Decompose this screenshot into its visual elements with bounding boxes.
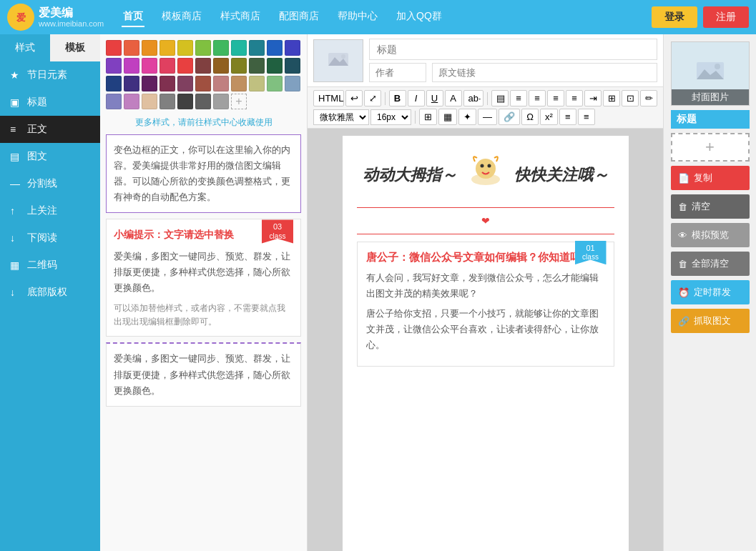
- nav-templates[interactable]: 模板商店: [160, 7, 203, 27]
- copy-button[interactable]: 📄 复制: [671, 166, 750, 190]
- tb-unordered-list[interactable]: ≡: [578, 109, 595, 125]
- template-card-03[interactable]: 03 class 小编提示：文字请选中替换 爱美编，多图文一键同步、预览、群发，…: [106, 219, 301, 337]
- tb-highlight[interactable]: ab·: [463, 90, 484, 106]
- add-color-button[interactable]: +: [231, 94, 247, 109]
- color-swatch[interactable]: [124, 40, 139, 56]
- color-swatch[interactable]: [177, 94, 193, 109]
- color-swatch[interactable]: [106, 58, 122, 74]
- color-swatch[interactable]: [106, 94, 122, 109]
- color-swatch[interactable]: [195, 40, 211, 56]
- color-swatch[interactable]: [249, 76, 265, 91]
- tb-list-ul[interactable]: ⊡: [622, 90, 639, 106]
- tb-undo[interactable]: ↩: [345, 90, 363, 106]
- tb-ordered-list[interactable]: ≡: [559, 109, 576, 125]
- tb-underline[interactable]: U: [426, 90, 443, 106]
- tb-omega[interactable]: Ω: [521, 109, 539, 125]
- tb-line[interactable]: —: [478, 109, 497, 125]
- color-swatch[interactable]: [267, 58, 283, 74]
- sidebar-item-festival[interactable]: ★ 节日元素: [0, 61, 100, 89]
- color-swatch[interactable]: [213, 76, 229, 91]
- sidebar-item-body[interactable]: ≡ 正文: [0, 116, 100, 143]
- color-swatch[interactable]: [213, 94, 229, 109]
- sidebar-item-follow[interactable]: ↑ 上关注: [0, 197, 100, 224]
- color-swatch[interactable]: [159, 76, 175, 91]
- tb-html[interactable]: HTML: [313, 90, 344, 106]
- color-swatch[interactable]: [267, 76, 283, 91]
- login-button[interactable]: 登录: [652, 6, 697, 28]
- tab-style[interactable]: 样式: [0, 34, 50, 61]
- tb-color[interactable]: A: [445, 90, 462, 106]
- style-hint[interactable]: 更多样式，请前往样式中心收藏使用: [106, 114, 301, 134]
- tb-grid[interactable]: ⊞: [419, 109, 437, 125]
- tb-align-left[interactable]: ≡: [510, 90, 527, 106]
- register-button[interactable]: 注册: [703, 6, 749, 28]
- tb-expand[interactable]: ⤢: [364, 90, 381, 106]
- color-swatch[interactable]: [285, 76, 300, 91]
- template-card-deco[interactable]: 爱美编，多图文一键同步、预览、群发，让排版更便捷，多种样式供您选择，随心所欲更换…: [106, 342, 301, 406]
- color-swatch[interactable]: [195, 76, 211, 91]
- color-swatch[interactable]: [159, 40, 175, 56]
- author-input[interactable]: [369, 63, 426, 82]
- color-swatch[interactable]: [195, 58, 211, 74]
- tb-list-ol[interactable]: ⊞: [603, 90, 620, 106]
- tb-bold[interactable]: B: [389, 90, 406, 106]
- sidebar-item-copyright[interactable]: ↓ 底部版权: [0, 279, 100, 306]
- nav-help[interactable]: 帮助中心: [336, 7, 379, 27]
- color-swatch[interactable]: [249, 40, 265, 56]
- sidebar-item-read[interactable]: ↓ 下阅读: [0, 224, 100, 252]
- color-swatch[interactable]: [285, 40, 300, 56]
- color-swatch[interactable]: [231, 40, 247, 56]
- color-swatch[interactable]: [142, 40, 157, 56]
- tb-align-right[interactable]: ≡: [547, 90, 564, 106]
- color-swatch[interactable]: [249, 58, 265, 74]
- color-swatch[interactable]: [124, 94, 139, 109]
- nav-styles[interactable]: 样式商店: [219, 7, 262, 27]
- sidebar-item-divider[interactable]: — 分割线: [0, 170, 100, 197]
- add-section-button[interactable]: +: [671, 133, 750, 162]
- url-input[interactable]: [432, 63, 657, 82]
- color-swatch[interactable]: [159, 94, 175, 109]
- sidebar-item-image-text[interactable]: ▤ 图文: [0, 143, 100, 170]
- color-swatch[interactable]: [159, 58, 175, 74]
- template-card-purple[interactable]: 变色边框的正文，你可以在这里输入你的内容。爱美编提供非常好用的微信图文编辑器。可…: [106, 134, 301, 213]
- tab-template[interactable]: 模板: [50, 34, 100, 61]
- color-swatch[interactable]: [177, 76, 193, 91]
- article-card[interactable]: 01 class 唐公子：微信公众号文章如何编辑？你知道吗？ 有人会问，我写好文…: [357, 242, 614, 367]
- color-swatch[interactable]: [142, 76, 157, 91]
- tb-link[interactable]: 🔗: [499, 109, 520, 125]
- color-swatch[interactable]: [177, 40, 193, 56]
- color-swatch[interactable]: [267, 40, 283, 56]
- clear-all-button[interactable]: 🗑 全部清空: [671, 252, 750, 276]
- color-swatch[interactable]: [285, 58, 300, 74]
- editor-canvas[interactable]: 动动大拇指～ 快快关注哦～: [308, 129, 663, 551]
- color-swatch[interactable]: [231, 58, 247, 74]
- font-size-select[interactable]: 16px: [370, 109, 411, 125]
- color-swatch[interactable]: [106, 40, 122, 56]
- sidebar-item-qrcode[interactable]: ▦ 二维码: [0, 252, 100, 279]
- title-input[interactable]: [369, 39, 657, 60]
- tb-align-justify[interactable]: ≡: [566, 90, 583, 106]
- tb-align-center[interactable]: ≡: [529, 90, 546, 106]
- nav-home[interactable]: 首页: [122, 7, 144, 27]
- tb-star[interactable]: ✦: [458, 109, 476, 125]
- preview-button[interactable]: 👁 模拟预览: [671, 223, 750, 247]
- extract-button[interactable]: 🔗 抓取图文: [671, 309, 750, 333]
- schedule-button[interactable]: ⏰ 定时群发: [671, 280, 750, 304]
- color-swatch[interactable]: [142, 94, 157, 109]
- tb-superscript[interactable]: x²: [540, 109, 558, 125]
- nav-qq[interactable]: 加入QQ群: [395, 7, 443, 27]
- color-swatch[interactable]: [106, 76, 122, 91]
- color-swatch[interactable]: [213, 58, 229, 74]
- color-swatch[interactable]: [142, 58, 157, 74]
- color-swatch[interactable]: [124, 76, 139, 91]
- color-swatch[interactable]: [231, 76, 247, 91]
- tb-edit[interactable]: ✏: [640, 90, 657, 106]
- tb-table[interactable]: ▤: [491, 90, 509, 106]
- tb-indent[interactable]: ⇥: [584, 90, 602, 106]
- color-swatch[interactable]: [177, 58, 193, 74]
- tb-image[interactable]: ▦: [438, 109, 457, 125]
- color-swatch[interactable]: [124, 58, 139, 74]
- sidebar-item-title[interactable]: ▣ 标题: [0, 89, 100, 116]
- clear-button[interactable]: 🗑 清空: [671, 194, 750, 219]
- color-swatch[interactable]: [213, 40, 229, 56]
